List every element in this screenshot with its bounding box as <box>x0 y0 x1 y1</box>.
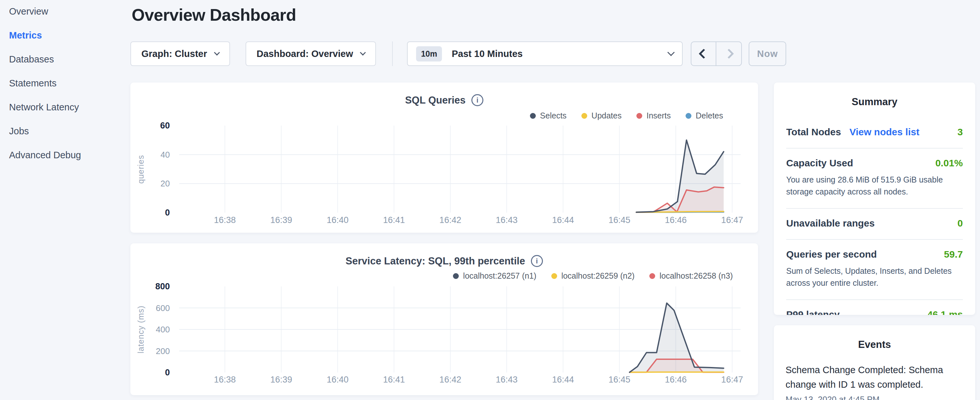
chevron-right-icon <box>724 49 734 59</box>
svg-text:16:41: 16:41 <box>383 375 405 384</box>
summary-row-queries-per-second: Queries per second 59.7 Sum of Selects, … <box>786 239 963 300</box>
time-range-label: Past 10 Minutes <box>452 49 659 59</box>
next-timeframe-button[interactable] <box>716 42 741 65</box>
svg-text:16:43: 16:43 <box>496 375 518 384</box>
sidebar-item-jobs[interactable]: Jobs <box>9 124 119 137</box>
svg-text:16:45: 16:45 <box>609 375 631 384</box>
summary-value: 0.01% <box>935 158 963 169</box>
svg-text:16:38: 16:38 <box>214 215 236 225</box>
svg-text:16:42: 16:42 <box>439 375 461 384</box>
event-list-item[interactable]: Schema Change Completed: Schema change w… <box>786 363 964 400</box>
sidebar-item-network-latency[interactable]: Network Latency <box>9 100 119 113</box>
dashboard-dropdown-label: Dashboard: Overview <box>256 49 353 59</box>
previous-timeframe-button[interactable] <box>691 42 716 65</box>
svg-text:16:44: 16:44 <box>552 375 574 384</box>
summary-row-total-nodes: Total Nodes View nodes list 3 <box>786 118 963 148</box>
page-title: Overview Dashboard <box>132 5 296 25</box>
sidebar-item-statements[interactable]: Statements <box>9 77 119 90</box>
events-panel-title: Events <box>774 339 975 351</box>
sidebar-item-metrics[interactable]: Metrics <box>9 29 119 42</box>
svg-text:16:44: 16:44 <box>552 215 574 225</box>
svg-text:400: 400 <box>156 325 170 334</box>
summary-body: Total Nodes View nodes list 3 Capacity U… <box>774 108 975 315</box>
controls-divider <box>392 41 393 66</box>
sidebar: Overview Metrics Databases Statements Ne… <box>9 5 119 172</box>
event-text: Schema Change Completed: Schema change w… <box>786 363 964 392</box>
summary-value: 3 <box>957 126 963 137</box>
time-range-selector[interactable]: 10m Past 10 Minutes <box>407 41 682 66</box>
chevron-down-icon <box>214 49 220 55</box>
graph-source-dropdown-label: Graph: Cluster <box>142 49 207 59</box>
summary-label: Total Nodes <box>786 126 841 137</box>
events-panel: Events Schema Change Completed: Schema c… <box>774 325 975 400</box>
svg-text:16:43: 16:43 <box>496 215 518 225</box>
events-body: Schema Change Completed: Schema change w… <box>774 363 975 400</box>
chevron-down-icon <box>667 49 675 56</box>
summary-label: Unavailable ranges <box>786 218 875 229</box>
time-range-badge: 10m <box>416 46 442 62</box>
svg-text:16:45: 16:45 <box>609 215 631 225</box>
summary-panel: Summary Total Nodes View nodes list 3 Ca… <box>774 83 975 315</box>
svg-text:200: 200 <box>156 346 170 356</box>
summary-row-unavailable-ranges: Unavailable ranges 0 <box>786 208 963 239</box>
summary-label: P99 latency <box>786 309 840 315</box>
svg-text:latency (ms): latency (ms) <box>136 306 145 354</box>
service-latency-plot[interactable]: 16:3816:3916:4016:4116:4216:4316:4416:45… <box>130 243 758 395</box>
svg-text:16:42: 16:42 <box>439 215 461 225</box>
svg-text:16:39: 16:39 <box>270 215 293 225</box>
svg-text:16:38: 16:38 <box>214 375 236 384</box>
chevron-left-icon <box>698 49 708 59</box>
sidebar-item-advanced-debug[interactable]: Advanced Debug <box>9 148 119 161</box>
summary-panel-title: Summary <box>774 96 975 108</box>
graph-source-dropdown[interactable]: Graph: Cluster <box>130 41 230 66</box>
svg-text:20: 20 <box>161 178 170 188</box>
svg-text:60: 60 <box>160 121 170 131</box>
chevron-down-icon <box>360 49 366 55</box>
summary-description: Sum of Selects, Updates, Inserts, and De… <box>786 265 963 289</box>
svg-text:16:41: 16:41 <box>383 215 405 225</box>
time-step-buttons <box>691 41 742 66</box>
now-button[interactable]: Now <box>749 41 786 66</box>
svg-text:800: 800 <box>155 282 170 291</box>
sidebar-item-overview[interactable]: Overview <box>9 5 119 18</box>
event-timestamp: May 13, 2020 at 4:45 PM <box>786 395 964 400</box>
svg-text:16:39: 16:39 <box>270 375 293 384</box>
summary-row-capacity-used: Capacity Used 0.01% You are using 28.6 M… <box>786 148 963 208</box>
service-latency-chart-card: Service Latency: SQL, 99th percentile i … <box>130 243 758 395</box>
summary-value: 0 <box>957 218 963 229</box>
svg-text:40: 40 <box>161 150 170 159</box>
summary-label: Capacity Used <box>786 158 853 169</box>
svg-text:16:47: 16:47 <box>721 215 743 225</box>
sidebar-nav: Overview Metrics Databases Statements Ne… <box>9 5 119 161</box>
sql-queries-plot[interactable]: 16:3816:3916:4016:4116:4216:4316:4416:45… <box>130 83 758 233</box>
sql-queries-chart-card: SQL Queries i SelectsUpdatesInsertsDelet… <box>130 83 758 233</box>
summary-label: Queries per second <box>786 249 877 260</box>
dashboard-dropdown[interactable]: Dashboard: Overview <box>245 41 376 66</box>
summary-row-p99-latency: P99 latency 46.1 ms <box>786 300 963 315</box>
svg-text:600: 600 <box>156 303 170 313</box>
sidebar-item-databases[interactable]: Databases <box>9 53 119 66</box>
svg-text:16:46: 16:46 <box>665 215 687 225</box>
view-nodes-list-link[interactable]: View nodes list <box>849 126 919 137</box>
svg-text:16:40: 16:40 <box>327 215 349 225</box>
summary-value: 59.7 <box>944 249 963 260</box>
svg-text:queries: queries <box>136 155 145 184</box>
svg-text:0: 0 <box>165 208 170 217</box>
svg-text:16:46: 16:46 <box>665 375 687 384</box>
svg-text:0: 0 <box>165 368 170 377</box>
svg-text:16:47: 16:47 <box>721 375 743 384</box>
summary-value: 46.1 ms <box>927 309 963 315</box>
summary-description: You are using 28.6 MiB of 515.9 GiB usab… <box>786 174 963 198</box>
svg-text:16:40: 16:40 <box>327 375 349 384</box>
controls-bar: Graph: Cluster Dashboard: Overview 10m P… <box>130 41 786 66</box>
